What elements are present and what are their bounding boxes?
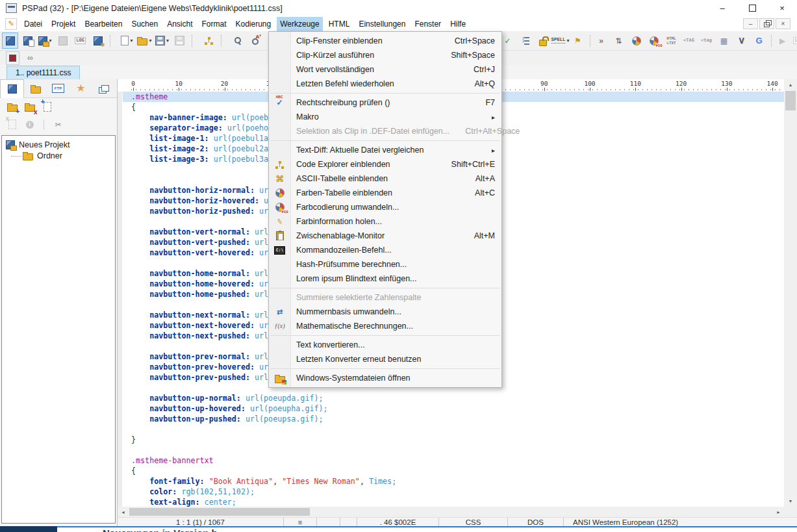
project-open-button[interactable]: ▾ bbox=[37, 32, 53, 49]
html-to-text-button[interactable]: HTML↳TXT bbox=[663, 32, 679, 49]
menu-item-kommandozeilen-befehl[interactable]: C:\Kommandozeilen-Befehl... bbox=[269, 243, 501, 257]
project-new-button[interactable] bbox=[19, 32, 36, 49]
color-table-button[interactable] bbox=[628, 32, 644, 49]
menu-datei[interactable]: Datei bbox=[21, 17, 45, 31]
reformat-button[interactable]: ⇅ bbox=[611, 32, 627, 49]
sidebar-tab-files[interactable] bbox=[24, 79, 47, 97]
menu-hilfe[interactable]: Hilfe bbox=[447, 17, 469, 31]
menu-item-letzten-konverter-erneut-benutzen[interactable]: Letzten Konverter erneut benutzen bbox=[269, 352, 501, 366]
menu-item-farbcodierung-umwandeln[interactable]: Farbcodierung umwandeln... bbox=[269, 200, 501, 214]
horizontal-scroll-thumb[interactable] bbox=[129, 508, 310, 516]
save-file-button-dropdown-icon[interactable]: ▾ bbox=[166, 38, 169, 44]
menu-item-clip-kürzel-ausführen[interactable]: Clip-Kürzel ausführenShift+Space bbox=[269, 48, 501, 62]
project-tools-button[interactable]: ✂ bbox=[49, 117, 67, 132]
log-window-button[interactable]: LOG bbox=[72, 32, 88, 49]
menu-item-nummernbasis-umwandeln[interactable]: ⇄Nummernbasis umwandeln... bbox=[269, 305, 501, 319]
menu-item-lorem-ipsum-blindtext-einfügen[interactable]: Lorem ipsum Blindtext einfügen... bbox=[269, 272, 501, 286]
code-line[interactable] bbox=[123, 424, 784, 435]
code-line[interactable]: { bbox=[123, 466, 784, 476]
menu-item-ascii-tabelle-einblenden[interactable]: ⌘ASCII-Tabelle einblendenAlt+A bbox=[269, 171, 501, 186]
tag-lowercase-button[interactable]: <tag bbox=[698, 32, 715, 49]
code-line[interactable]: .mstheme-bannertxt bbox=[123, 455, 784, 466]
run-script-button[interactable]: ▶ bbox=[774, 32, 791, 49]
mdi-minimize-button[interactable]: – bbox=[743, 18, 758, 29]
project-remove-folder-button[interactable] bbox=[21, 99, 38, 114]
code-explorer-button[interactable] bbox=[201, 32, 217, 49]
code-line[interactable]: } bbox=[123, 435, 784, 445]
tree-item-folder[interactable]: Ordner bbox=[2, 150, 115, 161]
mdi-close-button[interactable]: × bbox=[776, 18, 791, 29]
save-all-button[interactable] bbox=[171, 32, 188, 49]
menu-ansicht[interactable]: Ansicht bbox=[164, 17, 196, 31]
code-line[interactable]: navbutton-up-normal: url(poeupda.gif); bbox=[123, 393, 784, 403]
menu-item-clip-fenster-einblenden[interactable]: Clip-Fenster einblendenCtrl+Space bbox=[269, 34, 501, 48]
spell-check-button[interactable]: SPELL▾ bbox=[552, 32, 568, 49]
sidebar-tab-favorites[interactable]: ★ bbox=[70, 79, 92, 97]
project-add-file-button[interactable] bbox=[38, 99, 56, 114]
project-add-folder-button[interactable] bbox=[3, 99, 21, 114]
maximize-button[interactable] bbox=[737, 0, 767, 16]
open-file-button-dropdown-icon[interactable]: ▾ bbox=[149, 38, 151, 44]
project-copy-button[interactable] bbox=[55, 32, 71, 49]
file-tab[interactable]: 1.. poet1111.css bbox=[6, 66, 80, 79]
menu-item-letzten-befehl-wiederholen[interactable]: Letzten Befehl wiederholenAlt+Q bbox=[269, 77, 501, 91]
bookmark-button[interactable]: ⚑ bbox=[570, 32, 586, 49]
macro-record-button[interactable] bbox=[5, 50, 21, 66]
menu-item-mathematische-berechnungen[interactable]: ƒ(x)Mathematische Berechnungen... bbox=[269, 319, 501, 333]
code-line[interactable] bbox=[123, 445, 784, 455]
project-panel-button[interactable] bbox=[2, 32, 18, 49]
menu-item-rechtschreibung-prüfen[interactable]: ✓Rechtschreibung prüfen ()F7 bbox=[269, 95, 501, 110]
menu-html[interactable]: HTML bbox=[325, 17, 353, 31]
sidebar-tab-ftp[interactable]: FTP bbox=[47, 79, 70, 97]
project-settings-button[interactable] bbox=[90, 32, 106, 49]
color-code-convert-button[interactable] bbox=[646, 32, 662, 49]
new-file-button[interactable]: ▾ bbox=[119, 32, 135, 49]
validator-button[interactable]: V bbox=[733, 32, 750, 49]
menu-suchen[interactable]: Suchen bbox=[128, 17, 161, 31]
spell-check-button-dropdown-icon[interactable]: ▾ bbox=[566, 38, 569, 44]
menu-item-zwischenablage-monitor[interactable]: Zwischenablage-MonitorAlt+M bbox=[269, 229, 501, 243]
scroll-down-icon[interactable]: ▼ bbox=[784, 496, 797, 507]
code-line[interactable]: color: rgb(102,51,102); bbox=[123, 487, 784, 497]
code-line[interactable]: navbutton-up-hovered: url(poeupha.gif); bbox=[123, 403, 784, 414]
tree-item-project[interactable]: Neues Projekt bbox=[2, 139, 115, 150]
html-table-button[interactable]: ▦ bbox=[716, 32, 732, 49]
menu-item-text-konvertieren[interactable]: Text konvertieren... bbox=[269, 338, 501, 352]
menu-kodierung[interactable]: Kodierung bbox=[233, 17, 275, 31]
code-line[interactable]: font-family: "Book Antiqua", "Times New … bbox=[123, 476, 784, 487]
horizontal-scrollbar[interactable]: ◄ ► bbox=[118, 507, 784, 517]
search-button[interactable] bbox=[230, 32, 246, 49]
new-file-button-dropdown-icon[interactable]: ▾ bbox=[130, 38, 133, 44]
search-replace-button[interactable] bbox=[247, 32, 264, 49]
menu-item-makro[interactable]: Makro▸ bbox=[269, 110, 501, 124]
scroll-up-icon[interactable]: ▲ bbox=[784, 79, 797, 90]
preview-button[interactable]: ∞ bbox=[22, 50, 38, 66]
sidebar-tab-project[interactable] bbox=[0, 79, 24, 98]
menu-werkzeuge[interactable]: Werkzeuge bbox=[277, 17, 322, 31]
vertical-scroll-thumb[interactable] bbox=[785, 91, 796, 110]
menu-format[interactable]: Format bbox=[198, 17, 229, 31]
scroll-left-icon[interactable]: ◄ bbox=[118, 507, 129, 517]
menu-item-farbinformation-holen[interactable]: ✎Farbinformation holen... bbox=[269, 214, 501, 229]
menu-bearbeiten[interactable]: Bearbeiten bbox=[81, 17, 125, 31]
menu-item-wort-vervollständigen[interactable]: Wort vervollständigenCtrl+J bbox=[269, 62, 501, 77]
binary-view-button[interactable]: 1010 bbox=[792, 32, 797, 49]
vertical-scrollbar[interactable]: ▲ ▼ bbox=[784, 79, 797, 507]
save-file-button[interactable]: ▾ bbox=[154, 32, 170, 49]
project-remove-file-button[interactable] bbox=[3, 117, 21, 132]
open-file-button[interactable]: ▾ bbox=[136, 32, 153, 49]
mdi-restore-button[interactable] bbox=[759, 18, 774, 29]
tag-uppercase-button[interactable]: <TAG bbox=[681, 32, 697, 49]
google-search-button[interactable]: G bbox=[751, 32, 767, 49]
menu-item-code-explorer-einblenden[interactable]: Code Explorer einblendenShift+Ctrl+E bbox=[269, 157, 501, 171]
menu-item-farben-tabelle-einblenden[interactable]: Farben-Tabelle einblendenAlt+C bbox=[269, 186, 501, 200]
indent-button[interactable]: » bbox=[593, 32, 609, 49]
project-info-button[interactable]: i bbox=[21, 117, 38, 132]
menu-item-text-diff-aktuelle-datei-vergleichen[interactable]: Text-Diff: Aktuelle Datei vergleichen▸ bbox=[269, 143, 501, 157]
minimize-button[interactable]: – bbox=[707, 0, 737, 16]
lock-file-button[interactable] bbox=[535, 32, 551, 49]
close-button[interactable]: × bbox=[767, 0, 797, 16]
code-line[interactable]: text-align: center; bbox=[123, 497, 784, 507]
scroll-right-icon[interactable]: ► bbox=[773, 507, 784, 517]
menu-item-hash-prüfsumme-berechnen[interactable]: Hash-Prüfsumme berechnen... bbox=[269, 257, 501, 272]
